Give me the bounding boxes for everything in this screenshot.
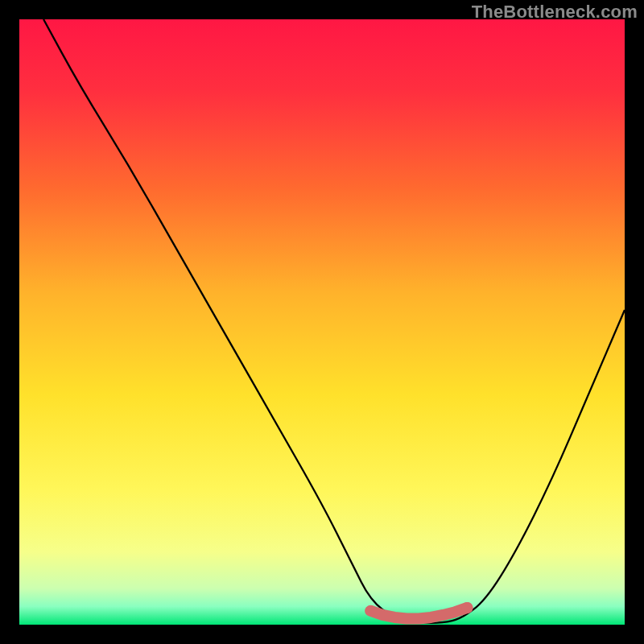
optimal-zone-markers: [370, 608, 467, 619]
optimal-dot: [461, 602, 473, 613]
attribution-label: TheBottleneck.com: [472, 2, 638, 23]
curve-layer: [19, 19, 625, 625]
chart-container: TheBottleneck.com: [0, 0, 644, 644]
plot-area: [19, 19, 625, 625]
bottleneck-curve: [43, 19, 625, 623]
